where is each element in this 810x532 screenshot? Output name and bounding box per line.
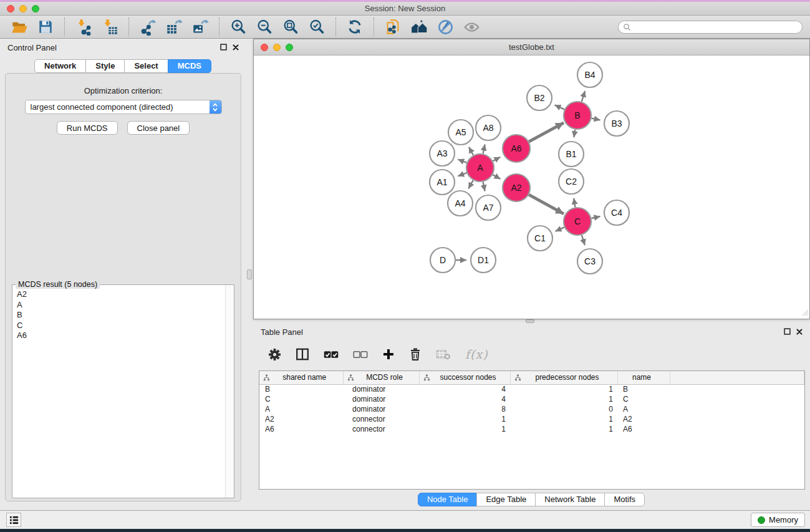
table-cell[interactable]: dominator bbox=[343, 394, 419, 404]
table-cell[interactable]: B bbox=[617, 384, 670, 394]
clone-network-icon[interactable] bbox=[383, 17, 402, 36]
zoom-fit-icon[interactable] bbox=[281, 17, 300, 36]
table-cell[interactable]: A2 bbox=[617, 414, 670, 424]
table-cell[interactable]: A bbox=[617, 404, 670, 414]
zoom-in-icon[interactable] bbox=[229, 17, 248, 36]
table-cell[interactable]: connector bbox=[343, 414, 419, 424]
zoom-selected-icon[interactable] bbox=[307, 17, 326, 36]
table-settings-icon[interactable] bbox=[268, 348, 281, 361]
table-cell[interactable]: C bbox=[617, 394, 670, 404]
tab-style[interactable]: Style bbox=[85, 59, 125, 73]
table-cell[interactable]: 1 bbox=[419, 424, 510, 434]
table-cell[interactable]: A bbox=[259, 404, 343, 414]
graph-edge-A-A4[interactable] bbox=[468, 180, 473, 188]
float-panel-icon[interactable] bbox=[220, 43, 227, 52]
graph-edge-B-B3[interactable] bbox=[592, 118, 600, 120]
criterion-dropdown[interactable]: largest connected component (directed) bbox=[25, 100, 222, 114]
table-cell[interactable]: A6 bbox=[617, 424, 670, 434]
network-window-titlebar[interactable]: testGlobe.txt bbox=[254, 39, 809, 56]
column-header-successor-nodes[interactable]: successor nodes bbox=[419, 371, 510, 384]
graph-edge-A-A6[interactable] bbox=[493, 157, 500, 162]
graph-edge-C-C3[interactable] bbox=[582, 235, 585, 245]
tab-node-table[interactable]: Node Table bbox=[418, 493, 478, 506]
export-network-icon[interactable] bbox=[138, 17, 157, 36]
table-cell[interactable]: 4 bbox=[419, 394, 510, 404]
delete-table-icon[interactable] bbox=[436, 349, 451, 360]
open-session-icon[interactable] bbox=[10, 17, 29, 36]
node-table[interactable]: shared nameMCDS rolesuccessor nodesprede… bbox=[259, 371, 804, 434]
import-network-icon[interactable] bbox=[74, 17, 93, 36]
birds-eye-view-icon[interactable] bbox=[462, 17, 481, 36]
graph-edge-A-A5[interactable] bbox=[469, 147, 473, 155]
column-header-predecessor-nodes[interactable]: predecessor nodes bbox=[510, 371, 617, 384]
graph-edge-B-B2[interactable] bbox=[555, 105, 565, 109]
search-input[interactable] bbox=[618, 21, 803, 34]
close-panel-icon[interactable] bbox=[233, 43, 239, 52]
float-panel-icon[interactable] bbox=[784, 327, 791, 337]
table-cell[interactable]: 1 bbox=[510, 414, 617, 424]
mcds-result-scrollbar[interactable] bbox=[225, 285, 234, 498]
tab-network[interactable]: Network bbox=[34, 59, 86, 73]
hide-graphics-details-icon[interactable] bbox=[436, 17, 455, 36]
tab-select[interactable]: Select bbox=[124, 59, 168, 73]
task-history-icon[interactable] bbox=[6, 513, 21, 527]
home-icon[interactable] bbox=[410, 17, 428, 36]
run-mcds-button[interactable]: Run MCDS bbox=[57, 121, 118, 135]
table-cell[interactable]: C bbox=[259, 394, 343, 404]
deselect-all-icon[interactable] bbox=[353, 350, 368, 359]
save-session-icon[interactable] bbox=[36, 17, 55, 36]
graph-edge-A-A8[interactable] bbox=[483, 145, 485, 154]
vertical-splitter[interactable] bbox=[246, 39, 253, 510]
tab-motifs[interactable]: Motifs bbox=[604, 493, 645, 506]
table-cell[interactable]: 1 bbox=[510, 384, 617, 394]
table-row[interactable]: A2connector11A2 bbox=[259, 414, 804, 424]
graph-edge-A-A1[interactable] bbox=[458, 173, 466, 176]
table-cell[interactable]: 1 bbox=[510, 394, 617, 404]
network-graph[interactable]: B4B2BB3A8A5A6A3B1AA1C2A2A4A7C4CC1C3DD1 bbox=[254, 56, 809, 319]
graph-edge-A6-B[interactable] bbox=[529, 123, 564, 142]
tab-network-table[interactable]: Network Table bbox=[535, 493, 605, 506]
import-table-icon[interactable] bbox=[100, 17, 119, 36]
export-image-icon[interactable] bbox=[191, 17, 210, 36]
select-all-icon[interactable] bbox=[324, 350, 339, 359]
delete-row-icon[interactable] bbox=[409, 348, 422, 360]
graph-edge-C-C2[interactable] bbox=[574, 198, 575, 208]
graph-edge-C-C1[interactable] bbox=[556, 227, 564, 231]
resize-grip-icon[interactable] bbox=[802, 309, 809, 318]
graph-edge-B-B1[interactable] bbox=[574, 130, 575, 138]
tab-mcds[interactable]: MCDS bbox=[168, 59, 211, 73]
vertical-splitter-handle[interactable] bbox=[247, 269, 252, 279]
tab-edge-table[interactable]: Edge Table bbox=[476, 493, 536, 506]
table-cell[interactable]: connector bbox=[343, 424, 419, 434]
memory-button[interactable]: Memory bbox=[751, 513, 805, 527]
table-cell[interactable]: 1 bbox=[419, 414, 510, 424]
table-cell[interactable]: 8 bbox=[419, 404, 510, 414]
refresh-icon[interactable] bbox=[345, 17, 364, 36]
table-row[interactable]: Bdominator41B bbox=[259, 384, 804, 394]
add-row-icon[interactable] bbox=[382, 348, 395, 360]
graph-edge-A2-C[interactable] bbox=[529, 195, 564, 214]
table-cell[interactable]: A2 bbox=[259, 414, 343, 424]
table-cell[interactable]: B bbox=[259, 384, 343, 394]
network-canvas-area[interactable]: B4B2BB3A8A5A6A3B1AA1C2A2A4A7C4CC1C3DD1 bbox=[254, 56, 809, 319]
close-panel-button[interactable]: Close panel bbox=[127, 121, 190, 135]
column-header-name[interactable]: name bbox=[617, 371, 670, 384]
zoom-out-icon[interactable] bbox=[255, 17, 274, 36]
table-cell[interactable]: dominator bbox=[343, 384, 419, 394]
table-row[interactable]: Cdominator41C bbox=[259, 394, 804, 404]
table-cell[interactable]: A6 bbox=[259, 424, 343, 434]
graph-edge-A-A7[interactable] bbox=[483, 182, 485, 191]
function-builder-icon[interactable]: f(x) bbox=[465, 347, 488, 361]
table-row[interactable]: A6connector11A6 bbox=[259, 424, 804, 434]
column-layout-icon[interactable] bbox=[296, 347, 309, 361]
graph-edge-C-C4[interactable] bbox=[592, 216, 600, 218]
export-table-icon[interactable] bbox=[165, 17, 183, 36]
mcds-result-list[interactable]: A2ABCA6 bbox=[13, 287, 224, 497]
close-panel-icon[interactable] bbox=[796, 327, 803, 337]
graph-edge-A-A2[interactable] bbox=[493, 175, 501, 179]
table-cell[interactable]: dominator bbox=[343, 404, 419, 414]
table-cell[interactable]: 0 bbox=[510, 404, 617, 414]
table-row[interactable]: Adominator80A bbox=[259, 404, 804, 414]
graph-edge-A-A3[interactable] bbox=[458, 160, 466, 163]
column-header-shared-name[interactable]: shared name bbox=[259, 371, 343, 384]
